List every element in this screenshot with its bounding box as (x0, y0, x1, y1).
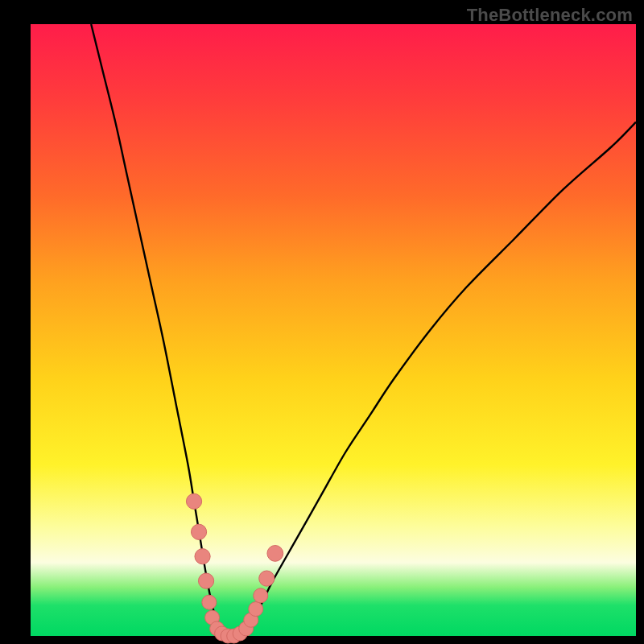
data-marker (195, 549, 210, 564)
curve-right (230, 122, 636, 638)
data-marker (186, 493, 201, 509)
data-marker (191, 524, 206, 539)
plot-area (31, 24, 636, 636)
chart-frame: TheBottleneck.com (0, 0, 644, 644)
data-marker (202, 595, 217, 609)
watermark-text: TheBottleneck.com (467, 5, 633, 26)
data-marker (254, 588, 268, 603)
data-marker (198, 573, 213, 588)
curve-left (91, 24, 230, 637)
data-marker (267, 546, 283, 562)
curve-layer (31, 24, 636, 636)
data-marker (249, 602, 263, 617)
data-marker (259, 571, 275, 586)
marker-group (186, 493, 283, 643)
